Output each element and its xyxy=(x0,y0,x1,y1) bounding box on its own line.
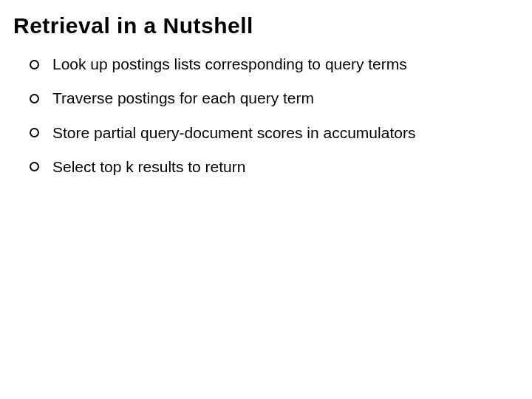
list-item: Select top k results to return xyxy=(30,157,511,177)
bullet-list: Look up postings lists corresponding to … xyxy=(13,55,511,177)
bullet-text: Store partial query-document scores in a… xyxy=(52,123,511,143)
list-item: Look up postings lists corresponding to … xyxy=(30,55,511,74)
list-item: Store partial query-document scores in a… xyxy=(30,123,511,143)
bullet-icon xyxy=(30,94,39,103)
bullet-icon xyxy=(30,60,39,69)
bullet-text: Traverse postings for each query term xyxy=(52,89,511,108)
bullet-text: Select top k results to return xyxy=(52,157,511,177)
bullet-icon xyxy=(30,162,39,171)
list-item: Traverse postings for each query term xyxy=(30,89,511,108)
bullet-text: Look up postings lists corresponding to … xyxy=(52,55,511,74)
bullet-icon xyxy=(30,128,39,137)
slide: Retrieval in a Nutshell Look up postings… xyxy=(0,0,532,399)
slide-title: Retrieval in a Nutshell xyxy=(13,13,511,38)
